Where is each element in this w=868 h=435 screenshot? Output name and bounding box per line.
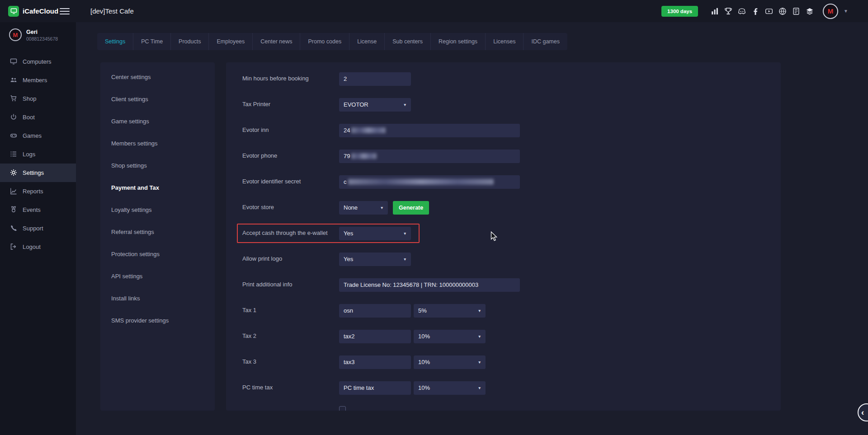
tab-center-news[interactable]: Center news [253, 33, 300, 50]
field-label: Allow print logo [242, 255, 339, 263]
tab-pc-time[interactable]: PC Time [133, 33, 171, 50]
redacted-text [351, 127, 386, 133]
pc-time-tax-input[interactable] [339, 381, 411, 395]
form-row-allow-print-logo: Allow print logoYes▼ [226, 246, 781, 272]
logout-icon [10, 243, 17, 250]
sidebar-item-shop[interactable]: Shop [0, 89, 76, 108]
sidebar-item-settings[interactable]: Settings [0, 164, 76, 182]
form-row-tax-printer: Tax PrinterEVOTOR▼ [226, 92, 781, 117]
field-label: Tax Printer [242, 101, 339, 108]
tax-2-input[interactable] [339, 330, 411, 343]
selected-value: Yes [344, 256, 353, 262]
gear-icon [10, 169, 17, 176]
sidebar-item-events[interactable]: Events [0, 201, 76, 219]
sidebar-item-label: Reports [23, 188, 43, 195]
settings-nav-game-settings[interactable]: Game settings [100, 110, 215, 132]
settings-nav-sms-provider-settings[interactable]: SMS provider settings [100, 309, 215, 332]
chevron-down-icon: ▼ [403, 103, 407, 107]
allow-print-logo-select[interactable]: Yes▼ [339, 253, 411, 266]
tax-1-input[interactable] [339, 304, 411, 318]
sidebar-item-boot[interactable]: Boot [0, 108, 76, 126]
tab-settings[interactable]: Settings [97, 33, 133, 50]
tab-region-settings[interactable]: Region settings [431, 33, 486, 50]
chevron-down-icon: ▼ [403, 231, 407, 236]
settings-nav-payment-and-tax[interactable]: Payment and Tax [100, 177, 215, 199]
form-row-evotor-store: Evotor storeNone▼Generate [226, 195, 781, 220]
tax-1-select[interactable]: 5%▼ [414, 304, 486, 318]
evotor-phone-input[interactable]: 79 [339, 150, 520, 163]
settings-nav-protection-settings[interactable]: Protection settings [100, 243, 215, 265]
field-label: Evotor phone [242, 152, 339, 160]
settings-nav-api-settings[interactable]: API settings [100, 265, 215, 287]
discord-icon[interactable] [738, 7, 746, 15]
sidebar-item-logout[interactable]: Logout [0, 238, 76, 256]
user-id: 008812345678 [26, 36, 58, 42]
evotor-inn-input[interactable]: 24 [339, 124, 520, 137]
tab-products[interactable]: Products [171, 33, 209, 50]
form-row-print-additional-info: Print additional info [226, 272, 781, 298]
generate-button[interactable]: Generate [393, 201, 429, 215]
settings-nav-center-settings[interactable]: Center settings [100, 66, 215, 88]
settings-nav-referral-settings[interactable]: Referral settings [100, 221, 215, 243]
brand[interactable]: iCafeCloud [0, 6, 60, 17]
redacted-text [348, 179, 494, 185]
sidebar-item-members[interactable]: Members [0, 71, 76, 89]
account-avatar[interactable]: M [823, 4, 838, 19]
chevron-down-icon: ▼ [380, 206, 384, 210]
tab-sub-centers[interactable]: Sub centers [385, 33, 431, 50]
main-content: SettingsPC TimeProductsEmployeesCenter n… [76, 22, 868, 435]
settings-nav-loyalty-settings[interactable]: Loyalty settings [100, 199, 215, 221]
form-row-evotor-inn: Evotor inn24 [226, 117, 781, 143]
tax-printer-select[interactable]: EVOTOR▼ [339, 98, 411, 112]
min-hours-before-booking-input[interactable] [339, 72, 411, 86]
tab-promo-codes[interactable]: Promo codes [300, 33, 349, 50]
trophy-icon[interactable] [724, 7, 732, 15]
tax-2-select[interactable]: 10%▼ [414, 330, 486, 343]
visible-prefix: 79 [344, 153, 350, 159]
stats-icon[interactable] [711, 7, 719, 15]
pos-icon[interactable] [792, 7, 800, 15]
sidebar-item-games[interactable]: Games [0, 126, 76, 145]
print-additional-info-input[interactable] [339, 278, 520, 292]
license-days-badge[interactable]: 1300 days [661, 6, 698, 17]
sidebar-nav: ComputersMembersShopBootGamesLogsSetting… [0, 52, 76, 256]
evotor-store-select[interactable]: None▼ [339, 201, 388, 215]
settings-nav-client-settings[interactable]: Client settings [100, 88, 215, 110]
sidebar-item-support[interactable]: Support [0, 219, 76, 238]
tab-employees[interactable]: Employees [209, 33, 253, 50]
tax-3-select[interactable]: 10%▼ [414, 355, 486, 369]
accept-cash-through-the-e-wallet-select[interactable]: Yes▼ [339, 227, 411, 240]
checkbox-partial[interactable] [339, 406, 346, 411]
payment-tax-form: Min hours before bookingTax PrinterEVOTO… [226, 62, 781, 411]
user-block[interactable]: M Geri 008812345678 [0, 22, 76, 46]
pc-time-tax-select[interactable]: 10%▼ [414, 381, 486, 395]
settings-nav-shop-settings[interactable]: Shop settings [100, 154, 215, 177]
chevron-down-icon: ▼ [478, 309, 481, 313]
tax-3-input[interactable] [339, 355, 411, 369]
form-row-tax-3: Tax 310%▼ [226, 349, 781, 375]
settings-nav-panel: Center settingsClient settingsGame setti… [100, 62, 215, 411]
sidebar-item-logs[interactable]: Logs [0, 145, 76, 164]
settings-nav-install-links[interactable]: Install links [100, 287, 215, 309]
brand-name: iCafeCloud [23, 7, 58, 15]
evotor-identifier-secret-input[interactable]: c [339, 175, 520, 189]
menu-icon[interactable] [60, 7, 70, 15]
selected-value: EVOTOR [344, 101, 368, 108]
sidebar-item-reports[interactable]: Reports [0, 182, 76, 201]
youtube-icon[interactable] [765, 7, 773, 15]
settings-nav-members-settings[interactable]: Members settings [100, 132, 215, 154]
field-label: Print additional info [242, 281, 339, 289]
field-label: Tax 1 [242, 307, 339, 314]
account-chevron-down-icon[interactable]: ▼ [844, 9, 848, 14]
sidebar-item-computers[interactable]: Computers [0, 52, 76, 71]
facebook-icon[interactable] [751, 7, 760, 15]
tab-idc-games[interactable]: IDC games [524, 33, 567, 50]
tab-licenses[interactable]: Licenses [486, 33, 524, 50]
games-icon [10, 132, 17, 139]
chevron-down-icon: ▼ [478, 386, 481, 390]
topbar-icons [711, 7, 814, 15]
globe-icon[interactable] [778, 7, 787, 15]
topbar-right: 1300 days M ▼ [661, 4, 868, 19]
layers-icon[interactable] [806, 7, 814, 15]
tab-license[interactable]: License [349, 33, 385, 50]
